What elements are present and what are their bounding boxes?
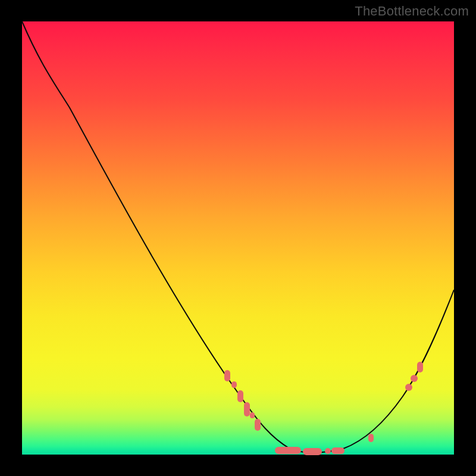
- data-marker: [325, 448, 331, 454]
- data-marker: [237, 390, 243, 402]
- data-marker: [244, 402, 250, 416]
- data-marker: [250, 412, 255, 418]
- chart-container: TheBottleneck.com: [0, 0, 476, 476]
- chart-svg: [22, 21, 454, 455]
- data-marker: [231, 381, 237, 388]
- data-marker: [224, 370, 230, 381]
- data-marker: [368, 434, 374, 442]
- plot-area: [22, 21, 454, 455]
- data-marker: [331, 447, 345, 454]
- data-marker: [275, 447, 301, 454]
- data-marker: [411, 375, 418, 382]
- watermark-text: TheBottleneck.com: [355, 4, 469, 19]
- data-marker: [417, 362, 423, 372]
- data-marker: [303, 448, 322, 455]
- data-marker: [405, 384, 412, 391]
- bottleneck-curve: [22, 21, 454, 453]
- data-marker: [255, 419, 261, 431]
